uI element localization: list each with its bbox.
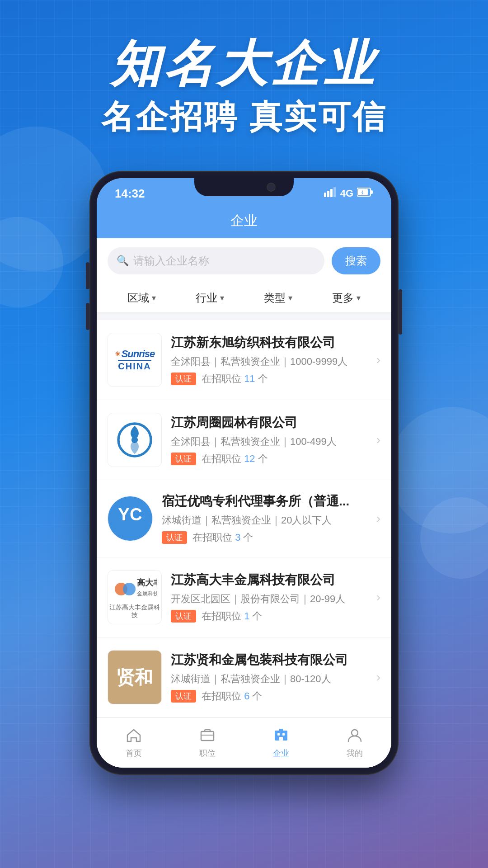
filter-region[interactable]: 区域 ▾ — [108, 291, 176, 305]
jobs-icon — [197, 725, 217, 745]
bottom-nav: 首页 职位 — [97, 717, 391, 768]
search-input-wrap[interactable]: 🔍 请输入企业名称 — [108, 247, 324, 274]
header-section: 知名大企业 名企招聘 真实可信 — [0, 0, 488, 139]
badge-renzheng-gaodafeng: 认证 — [171, 610, 196, 623]
status-time: 14:32 — [115, 187, 145, 201]
app-body: 🔍 请输入企业名称 搜索 区域 ▾ 行业 ▾ — [97, 238, 391, 768]
company-name-youming: 宿迁优鸣专利代理事务所（普通... — [162, 493, 367, 510]
company-footer-youming: 认证 在招职位 3 个 — [162, 531, 367, 544]
network-label: 4G — [340, 188, 353, 199]
status-icons: 4G — [324, 187, 373, 200]
company-icon — [271, 725, 291, 745]
jobs-count-xianhe: 在招职位 6 个 — [202, 689, 263, 703]
svg-text:高大丰: 高大丰 — [137, 578, 157, 587]
arrow-right-youming: › — [376, 511, 380, 526]
arrow-right-gaodafeng: › — [376, 590, 380, 604]
battery-icon — [357, 187, 373, 200]
filter-bar: 区域 ▾ 行业 ▾ 类型 ▾ 更多 ▾ — [97, 283, 391, 313]
signal-icon — [324, 187, 337, 200]
svg-rect-2 — [330, 189, 333, 197]
company-logo-xianhe: 贤和 — [108, 650, 162, 704]
app-nav-title: 企业 — [97, 205, 391, 238]
nav-item-company[interactable]: 企业 — [271, 725, 291, 759]
svg-rect-0 — [324, 193, 326, 197]
filter-industry-arrow: ▾ — [220, 293, 224, 303]
svg-rect-5 — [371, 190, 373, 194]
company-logo-sunrise: ☀ Sunrise CHINA — [108, 333, 162, 387]
badge-renzheng-youming: 认证 — [162, 531, 187, 544]
filter-more[interactable]: 更多 ▾ — [312, 291, 380, 305]
nav-label-home: 首页 — [126, 748, 142, 759]
filter-region-label: 区域 — [127, 291, 149, 305]
company-footer-zhouquan: 认证 在招职位 12 个 — [171, 452, 367, 466]
svg-rect-6 — [358, 189, 368, 195]
filter-more-arrow: ▾ — [357, 293, 361, 303]
nav-item-jobs[interactable]: 职位 — [197, 725, 217, 759]
filter-type-arrow: ▾ — [288, 293, 292, 303]
company-logo-youming: YC — [108, 496, 153, 541]
search-icon: 🔍 — [117, 255, 129, 267]
svg-rect-18 — [277, 733, 280, 736]
svg-rect-15 — [201, 731, 214, 741]
company-item-youming[interactable]: YC 宿迁优鸣专利代理事务所（普通... 沭城街道｜私营独资企业｜20人以下人 … — [97, 480, 391, 557]
company-name-sunrise: 江苏新东旭纺织科技有限公司 — [171, 334, 367, 351]
profile-icon — [345, 725, 365, 745]
arrow-right-sunrise: › — [376, 353, 380, 367]
nav-item-home[interactable]: 首页 — [124, 725, 144, 759]
sunrise-logo-text: Sunrise — [122, 349, 155, 359]
home-icon — [124, 725, 144, 745]
jobs-count-zhouquan: 在招职位 12 个 — [202, 452, 268, 466]
company-item-gaodafeng[interactable]: 高大丰 金属科技 江苏高大丰金属科技 江苏高大丰金属科技有限公司 开发区北园区｜… — [97, 557, 391, 637]
badge-renzheng-xianhe: 认证 — [171, 690, 196, 703]
search-placeholder: 请输入企业名称 — [133, 254, 209, 268]
filter-type[interactable]: 类型 ▾ — [244, 291, 312, 305]
phone-screen: 14:32 4G — [97, 178, 391, 768]
svg-point-12 — [123, 583, 136, 595]
company-info-sunrise: 江苏新东旭纺织科技有限公司 全沭阳县｜私营独资企业｜1000-9999人 认证 … — [171, 334, 367, 386]
company-meta-gaodafeng: 开发区北园区｜股份有限公司｜20-99人 — [171, 592, 367, 606]
svg-point-9 — [131, 437, 138, 443]
filter-type-label: 类型 — [264, 291, 286, 305]
filter-industry[interactable]: 行业 ▾ — [176, 291, 244, 305]
company-meta-sunrise: 全沭阳县｜私营独资企业｜1000-9999人 — [171, 355, 367, 368]
notch — [194, 178, 294, 196]
jobs-count-sunrise: 在招职位 11 个 — [202, 372, 268, 386]
jobs-count-gaodafeng: 在招职位 1 个 — [202, 609, 263, 623]
filter-industry-label: 行业 — [196, 291, 217, 305]
arrow-right-zhouquan: › — [376, 433, 380, 447]
company-info-zhouquan: 江苏周圈园林有限公司 全沭阳县｜私营独资企业｜100-499人 认证 在招职位 … — [171, 414, 367, 466]
svg-rect-1 — [327, 191, 329, 197]
company-item-sunrise[interactable]: ☀ Sunrise CHINA 江苏新东旭纺织科技有限公司 全沭阳县｜私营独资企… — [97, 320, 391, 400]
search-section: 🔍 请输入企业名称 搜索 — [97, 238, 391, 283]
jobs-count-youming: 在招职位 3 个 — [192, 531, 253, 544]
phone-outer: 14:32 4G — [90, 172, 398, 774]
company-name-zhouquan: 江苏周圈园林有限公司 — [171, 414, 367, 431]
header-subtitle: 名企招聘 真实可信 — [0, 95, 488, 139]
power-button — [399, 289, 402, 335]
header-title: 知名大企业 — [0, 36, 488, 91]
company-item-zhouquan[interactable]: 江苏周圈园林有限公司 全沭阳县｜私营独资企业｜100-499人 认证 在招职位 … — [97, 400, 391, 480]
svg-rect-19 — [282, 733, 285, 736]
sunrise-china-text: CHINA — [118, 360, 151, 371]
search-button[interactable]: 搜索 — [332, 247, 380, 274]
company-logo-zhouquan — [108, 413, 162, 467]
badge-renzheng-sunrise: 认证 — [171, 373, 196, 385]
nav-label-company: 企业 — [273, 748, 289, 759]
filter-more-label: 更多 — [332, 291, 354, 305]
arrow-right-xianhe: › — [376, 670, 380, 684]
list-divider — [97, 313, 391, 320]
svg-rect-3 — [333, 187, 336, 197]
xianhe-logo-text: 贤和 — [117, 665, 153, 690]
company-info-gaodafeng: 江苏高大丰金属科技有限公司 开发区北园区｜股份有限公司｜20-99人 认证 在招… — [171, 571, 367, 623]
company-item-xianhe[interactable]: 贤和 江苏贤和金属包装科技有限公司 沭城街道｜私营独资企业｜80-120人 认证… — [97, 637, 391, 717]
svg-point-21 — [352, 730, 358, 736]
nav-item-profile[interactable]: 我的 — [345, 725, 365, 759]
nav-label-profile: 我的 — [347, 748, 363, 759]
company-info-xianhe: 江苏贤和金属包装科技有限公司 沭城街道｜私营独资企业｜80-120人 认证 在招… — [171, 651, 367, 703]
company-name-gaodafeng: 江苏高大丰金属科技有限公司 — [171, 571, 367, 589]
company-meta-xianhe: 沭城街道｜私营独资企业｜80-120人 — [171, 672, 367, 686]
company-name-xianhe: 江苏贤和金属包装科技有限公司 — [171, 651, 367, 669]
svg-text:YC: YC — [118, 505, 142, 524]
camera — [267, 183, 276, 192]
company-meta-youming: 沭城街道｜私营独资企业｜20人以下人 — [162, 514, 367, 527]
